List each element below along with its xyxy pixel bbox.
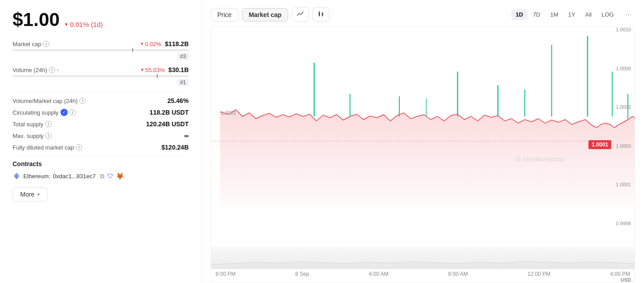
x-axis-labels: 8:00 PM 8 Sep 4:00 AM 8:00 AM 12:00 PM 4…	[211, 269, 635, 279]
copy-icon[interactable]: ⧉	[100, 172, 104, 180]
circ-supply-row: Circulating supply ✓ i 118.2B USDT	[13, 109, 189, 116]
volume-rank: #1	[177, 79, 189, 86]
contract-icons: ⧉ 🛡 🦊	[100, 172, 124, 180]
max-supply-value: ∞	[184, 132, 189, 139]
period-7d-btn[interactable]: 7D	[528, 9, 545, 20]
contracts-title: Contracts	[13, 160, 189, 167]
price-header: $1.00 0.01% (1d)	[13, 9, 189, 30]
max-supply-row: Max. supply i ∞	[13, 132, 189, 139]
market-cap-info-icon[interactable]: i	[43, 41, 49, 47]
fox-icon[interactable]: 🦊	[116, 172, 124, 180]
y-axis-labels: 1.0010 1.0008 1.0005 1.0003 1.0001 0.999…	[616, 27, 631, 265]
market-cap-progress	[13, 49, 189, 51]
line-chart-icon	[297, 10, 304, 17]
vol-market-info-icon[interactable]: i	[79, 98, 86, 104]
left-price-label: 1.0001	[221, 110, 236, 116]
price-chart-svg: 1.0001 ⊙ CoinMarketCap	[211, 27, 635, 247]
right-panel: Price Market cap 1D 7D 1M 1Y All LOG	[202, 0, 644, 283]
ethereum-label: Ethereum:	[23, 173, 50, 180]
price-change: 0.01% (1d)	[64, 21, 103, 28]
x-label-6: 4:00 PM	[610, 271, 630, 277]
more-button[interactable]: More ▾	[13, 187, 48, 202]
x-label-2: 8 Sep	[295, 271, 309, 277]
left-panel: $1.00 0.01% (1d) Market cap i 0.02% $118…	[0, 0, 202, 283]
period-group: 1D 7D 1M 1Y All LOG	[511, 9, 618, 20]
circ-supply-value: 118.2B USDT	[150, 109, 189, 116]
watermark-text: ⊙ CoinMarketCap	[516, 156, 565, 163]
line-chart-icon-btn[interactable]	[292, 7, 309, 22]
ethereum-icon	[13, 172, 21, 180]
market-cap-value: $118.2B	[165, 40, 189, 47]
x-label-4: 8:00 AM	[448, 271, 468, 277]
candlestick-icon-btn[interactable]	[312, 7, 329, 22]
period-1m-btn[interactable]: 1M	[546, 9, 563, 20]
x-label-5: 12:00 PM	[527, 271, 550, 277]
fdmc-info-icon[interactable]: i	[76, 144, 82, 150]
mini-chart-svg	[211, 247, 635, 269]
max-supply-info-icon[interactable]: i	[45, 133, 52, 139]
volume-chevron-icon[interactable]: ›	[57, 67, 59, 73]
x-label-1: 8:00 PM	[216, 271, 236, 277]
contracts-section: Contracts Ethereum: 0xdac1...831ec7 ⧉ 🛡 …	[13, 160, 189, 180]
market-cap-tab[interactable]: Market cap	[242, 8, 288, 21]
market-cap-change: 0.02%	[140, 41, 161, 47]
chart-toolbar: Price Market cap 1D 7D 1M 1Y All LOG	[211, 7, 635, 22]
period-log-btn[interactable]: LOG	[597, 9, 618, 20]
volume-change: 55.03%	[140, 67, 165, 73]
volume-row: Volume (24h) i › 55.03% $30.1B #1	[13, 66, 189, 86]
chart-more-options-btn[interactable]: ···	[622, 9, 635, 21]
current-price-label: 1.0001	[588, 140, 611, 149]
total-supply-value: 120.24B USDT	[146, 120, 189, 128]
market-cap-rank: #3	[177, 53, 189, 60]
candlestick-icon	[317, 10, 324, 17]
fdmc-value: $120.24B	[161, 144, 189, 151]
price-value: $1.00	[13, 9, 60, 30]
volume-info-icon[interactable]: i	[49, 67, 55, 73]
volume-label: Volume (24h) i ›	[13, 67, 59, 73]
svg-marker-10	[211, 262, 635, 269]
period-1y-btn[interactable]: 1Y	[564, 9, 580, 20]
total-supply-row: Total supply i 120.24B USDT	[13, 120, 189, 128]
period-all-btn[interactable]: All	[581, 9, 596, 20]
bottom-scroll-area	[211, 247, 635, 269]
svg-rect-3	[322, 13, 323, 16]
usd-label: USD	[621, 277, 631, 283]
chart-area: 1.0010 1.0008 1.0005 1.0003 1.0001 0.999…	[211, 26, 635, 283]
contract-address: 0xdac1...831ec7	[53, 173, 95, 180]
contract-row: Ethereum: 0xdac1...831ec7 ⧉ 🛡 🦊	[13, 172, 189, 180]
volume-value: $30.1B	[169, 66, 189, 73]
vol-market-row: Volume/Market cap (24h) i 25.46%	[13, 97, 189, 104]
fdmc-row: Fully diluted market cap i $120.24B	[13, 144, 189, 151]
volume-progress	[13, 75, 189, 77]
x-label-3: 4:00 AM	[369, 271, 389, 277]
svg-rect-2	[319, 12, 320, 16]
total-supply-info-icon[interactable]: i	[45, 121, 52, 127]
market-cap-row: Market cap i 0.02% $118.2B #3	[13, 40, 189, 60]
market-cap-label: Market cap i	[13, 41, 49, 47]
verified-icon: ✓	[61, 109, 68, 116]
vol-market-value: 25.46%	[168, 97, 189, 104]
shield-icon[interactable]: 🛡	[107, 172, 113, 180]
period-1d-btn[interactable]: 1D	[511, 9, 528, 20]
price-tab[interactable]: Price	[211, 8, 238, 21]
more-chevron-icon: ▾	[37, 192, 40, 197]
circ-supply-info-icon[interactable]: i	[69, 109, 76, 116]
